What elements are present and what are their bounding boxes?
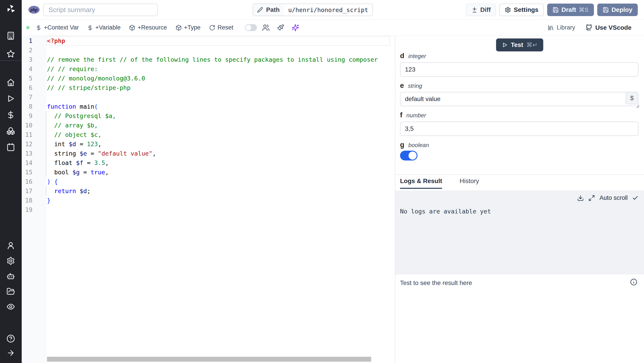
workspace-building-icon[interactable] (6, 31, 15, 40)
gear-icon (505, 7, 511, 13)
add-type-button[interactable]: +Type (176, 24, 200, 31)
add-type-label: +Type (184, 24, 200, 31)
draft-shortcut: ⌘S (579, 6, 588, 13)
collapse-arrow-right-icon[interactable] (6, 349, 15, 357)
home-icon[interactable] (6, 78, 15, 87)
use-vscode-label: Use VScode (595, 24, 632, 31)
audit-eye-icon[interactable] (6, 303, 15, 311)
run-panel: Test ⌘↵ d integer e string $ f number g … (395, 36, 644, 363)
field-input-e[interactable] (400, 92, 638, 106)
windmill-logo-icon[interactable] (6, 3, 16, 14)
add-context-var-label: +Context Var (44, 24, 79, 31)
code-editor[interactable]: 12345678910111213141516171819 <?php// re… (22, 36, 395, 363)
save-icon (603, 7, 609, 13)
editor-toolbar: +Context Var +Variable +Resource +Type R… (22, 20, 644, 36)
use-vscode-button[interactable]: Use VScode (586, 24, 632, 31)
settings-label: Settings (514, 6, 538, 13)
php-language-badge: php (28, 6, 40, 14)
diff-mode-toggle[interactable] (245, 24, 257, 31)
variable-picker-button[interactable]: $ (626, 92, 638, 104)
schedules-calendar-icon[interactable] (6, 143, 15, 151)
resize-grip-icon[interactable] (635, 104, 640, 108)
field-label-e: e string (400, 82, 422, 90)
path-label: Path (266, 6, 280, 13)
panel-divider (395, 174, 644, 175)
save-icon (552, 7, 559, 13)
code-lines[interactable]: <?php// remove the first // of the follo… (47, 36, 393, 215)
field-label-f: f number (400, 111, 426, 119)
info-icon[interactable] (630, 279, 637, 286)
field-label-g: g boolean (400, 141, 429, 149)
variables-dollar-icon[interactable] (6, 111, 15, 119)
ai-sparkles-icon[interactable] (291, 23, 300, 32)
boolean-toggle-g[interactable] (400, 151, 418, 160)
add-context-var-button[interactable]: +Context Var (36, 24, 79, 31)
indent-guide (46, 111, 46, 177)
deploy-label: Deploy (612, 6, 632, 13)
workers-robot-icon[interactable] (6, 272, 15, 281)
tab-history[interactable]: History (460, 177, 479, 189)
settings-button[interactable]: Settings (499, 3, 544, 16)
field-input-d[interactable] (400, 62, 638, 77)
library-label: Library (557, 24, 575, 31)
deploy-button[interactable]: Deploy (597, 3, 638, 16)
autoscroll-label: Auto scroll (600, 194, 628, 201)
user-icon[interactable] (6, 241, 15, 250)
reset-button[interactable]: Reset (209, 24, 234, 31)
test-button[interactable]: Test ⌘↵ (496, 38, 543, 51)
result-area: Test to see the result here (395, 275, 644, 363)
folders-icon[interactable] (6, 287, 15, 296)
sidebar-divider (0, 60, 22, 61)
favorites-star-icon[interactable] (6, 50, 15, 58)
result-tabs: Logs & Result History (400, 177, 479, 189)
path-chip[interactable]: Path u/henri/honored_script (253, 3, 373, 16)
download-logs-icon[interactable] (577, 195, 584, 201)
test-shortcut: ⌘↵ (526, 41, 538, 48)
format-paintbrush-icon[interactable] (276, 23, 285, 32)
autoscroll-checkbox[interactable] (632, 195, 638, 201)
add-resource-label: +Resource (138, 24, 167, 31)
logs-empty-message: No logs are available yet (400, 208, 491, 215)
tab-logs-result[interactable]: Logs & Result (400, 177, 442, 189)
field-input-f[interactable] (400, 122, 638, 136)
status-dot (26, 26, 30, 29)
logs-panel: Auto scroll No logs are available yet (395, 190, 644, 275)
sidebar (0, 0, 22, 363)
draft-button[interactable]: Draft ⌘S (547, 3, 594, 16)
settings-gear-icon[interactable] (6, 257, 15, 265)
indent-guide (46, 186, 46, 196)
resources-boxes-icon[interactable] (6, 127, 15, 135)
expand-logs-icon[interactable] (588, 195, 595, 201)
diff-label: Diff (480, 6, 491, 13)
runs-play-icon[interactable] (6, 94, 15, 103)
path-value: u/henri/honored_script (284, 4, 373, 16)
reset-label: Reset (218, 24, 234, 31)
field-input-e-wrap: $ (400, 92, 638, 106)
field-label-d: d integer (400, 52, 426, 60)
script-summary-input[interactable] (43, 3, 158, 16)
add-variable-button[interactable]: +Variable (87, 24, 120, 31)
diff-button[interactable]: Diff (466, 3, 496, 16)
result-empty-message: Test to see the result here (400, 279, 472, 287)
help-circle-icon[interactable] (6, 334, 15, 343)
topbar: php Path u/henri/honored_script Diff Set… (22, 0, 644, 20)
multiplayer-users-icon[interactable] (262, 23, 270, 32)
diff-icon (471, 7, 478, 13)
line-numbers: 12345678910111213141516171819 (22, 36, 32, 215)
add-variable-label: +Variable (95, 24, 120, 31)
test-label: Test (511, 41, 523, 48)
draft-label: Draft (562, 6, 576, 13)
horizontal-scrollbar[interactable] (47, 357, 371, 362)
add-resource-button[interactable]: +Resource (129, 24, 167, 31)
pencil-icon (257, 7, 263, 13)
library-button[interactable]: Library (548, 24, 575, 31)
